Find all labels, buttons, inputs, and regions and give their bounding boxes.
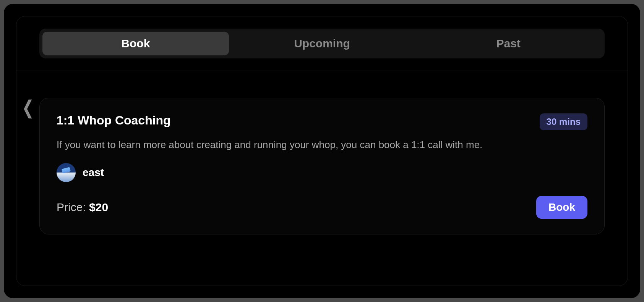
listing-card: 1:1 Whop Coaching 30 mins If you want to… [39, 98, 605, 234]
app-frame: Book Upcoming Past ❬ 1:1 Whop Coaching 3… [4, 4, 640, 298]
host-name: east [83, 166, 104, 179]
card-header: 1:1 Whop Coaching 30 mins [57, 113, 587, 130]
host-avatar [57, 163, 76, 182]
book-button[interactable]: Book [536, 196, 587, 219]
card-footer: Price: $20 Book [57, 196, 587, 219]
listing-title: 1:1 Whop Coaching [57, 113, 171, 128]
tab-book[interactable]: Book [42, 32, 229, 55]
content-area: ❬ 1:1 Whop Coaching 30 mins If you want … [39, 71, 605, 270]
listing-description: If you want to learn more about creating… [57, 138, 587, 152]
tab-past[interactable]: Past [415, 32, 602, 55]
price-line: Price: $20 [57, 201, 108, 214]
tab-bar: Book Upcoming Past [39, 29, 605, 58]
tab-upcoming[interactable]: Upcoming [229, 32, 415, 55]
price-value: $20 [89, 201, 108, 213]
chevron-left-icon[interactable]: ❬ [20, 99, 36, 117]
duration-badge: 30 mins [540, 113, 587, 130]
price-label: Price: [57, 201, 86, 213]
host-row: east [57, 163, 587, 182]
main-panel: Book Upcoming Past ❬ 1:1 Whop Coaching 3… [16, 16, 628, 286]
